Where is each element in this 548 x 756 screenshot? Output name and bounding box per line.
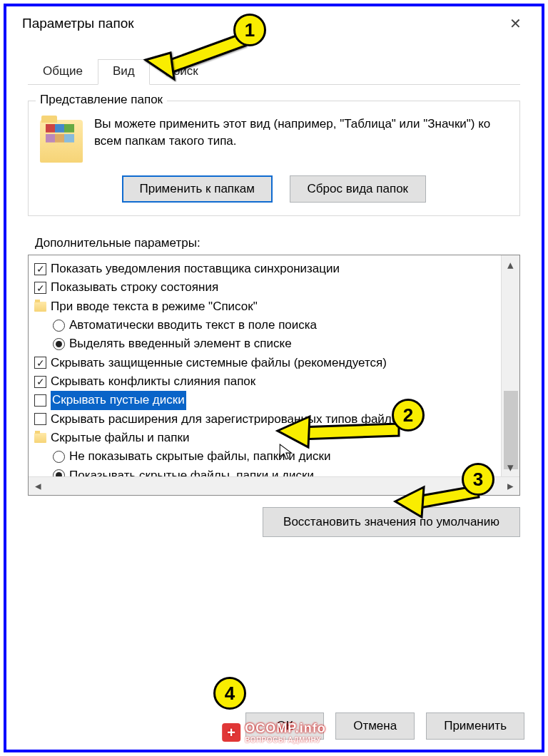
annotation-badge-1: 1 (233, 14, 266, 46)
opt-hide-merge[interactable]: Скрывать конфликты слияния папок (34, 372, 518, 391)
apply-to-folders-button[interactable]: Применить к папкам (122, 175, 273, 203)
apply-button[interactable]: Применить (426, 712, 524, 740)
watermark-site: OCOMP.info (245, 721, 326, 736)
tab-strip: Общие Вид Поиск (28, 59, 520, 85)
checkbox-icon[interactable] (34, 282, 46, 294)
watermark-plus-icon: + (222, 723, 240, 742)
checkbox-icon[interactable] (34, 376, 46, 388)
scroll-right-icon[interactable]: ▸ (501, 477, 519, 495)
opt-typing-search[interactable]: Автоматически вводить текст в поле поиск… (34, 316, 518, 334)
vertical-scrollbar[interactable]: ▴ ▾ (501, 255, 519, 476)
cursor-icon (278, 443, 296, 461)
opt-typing-group: При вводе текста в режиме "Список" (34, 297, 518, 316)
svg-marker-1 (146, 53, 174, 79)
folder-icon (34, 302, 46, 312)
scroll-left-icon[interactable]: ◂ (29, 477, 47, 495)
checkbox-icon[interactable] (34, 394, 46, 407)
annotation-badge-4: 4 (213, 677, 246, 710)
svg-marker-5 (395, 487, 424, 517)
checkbox-icon[interactable] (34, 263, 46, 275)
watermark-sub: ВОПРОСЫ АДМИНУ (245, 736, 326, 744)
annotation-badge-2: 2 (392, 399, 425, 431)
watermark: + OCOMP.info ВОПРОСЫ АДМИНУ (222, 721, 326, 744)
checkbox-icon[interactable] (34, 413, 46, 425)
opt-hide-protected[interactable]: Скрывать защищенные системные файлы (рек… (34, 354, 518, 372)
close-icon[interactable]: ✕ (502, 14, 529, 34)
view-panel: Представление папок Вы можете применить … (28, 85, 520, 537)
folder-icon (34, 433, 46, 443)
annotation-badge-3: 3 (462, 463, 494, 496)
folder-view-group: Представление папок Вы можете применить … (28, 101, 520, 216)
tab-general[interactable]: Общие (28, 59, 98, 84)
advanced-listbox[interactable]: Показать уведомления поставщика синхрони… (28, 255, 520, 496)
opt-typing-select[interactable]: Выделять введенный элемент в списке (34, 334, 518, 353)
cancel-button[interactable]: Отмена (335, 712, 415, 740)
scroll-up-icon[interactable]: ▴ (502, 255, 519, 274)
reset-folders-button[interactable]: Сброс вида папок (290, 175, 427, 203)
dialog-frame: Параметры папок ✕ Общие Вид Поиск Предст… (4, 4, 544, 752)
advanced-label: Дополнительные параметры: (35, 236, 520, 250)
radio-icon[interactable] (53, 451, 65, 463)
radio-icon[interactable] (53, 320, 65, 332)
folder-view-text: Вы можете применить этот вид (например, … (94, 116, 508, 150)
opt-sync-notify[interactable]: Показать уведомления поставщика синхрони… (34, 260, 518, 278)
radio-icon[interactable] (53, 338, 65, 350)
titlebar: Параметры папок ✕ (6, 6, 542, 38)
svg-marker-2 (299, 424, 399, 439)
checkbox-icon[interactable] (34, 357, 46, 369)
folder-preview-icon (40, 120, 83, 163)
scroll-down-icon[interactable]: ▾ (502, 458, 519, 476)
folder-view-legend: Представление папок (36, 93, 167, 107)
opt-status-bar[interactable]: Показывать строку состояния (34, 278, 518, 297)
